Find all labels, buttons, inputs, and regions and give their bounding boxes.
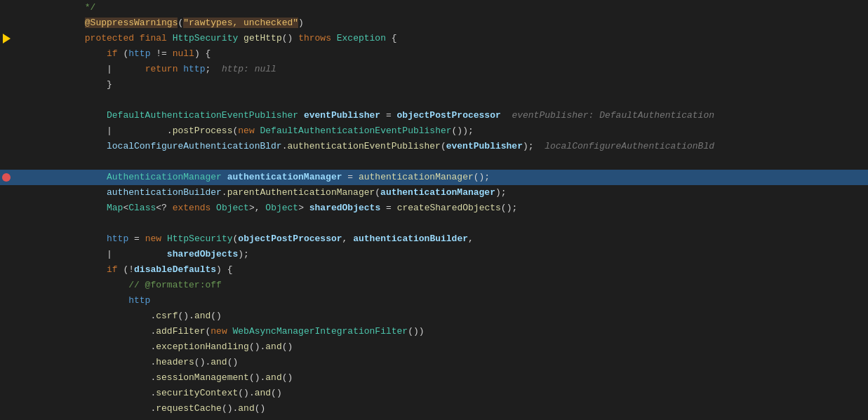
code-line-26: .securityContext().and() [0, 386, 868, 401]
breakpoint-area-26 [0, 386, 13, 401]
breakpoint-area-21 [0, 309, 13, 324]
code-line-10: localConfigureAuthenticationBldr.authent… [0, 139, 868, 154]
line-gutter-24 [13, 355, 48, 370]
breakpoint-area-5 [0, 62, 13, 77]
code-line-23: .exceptionHandling().and() [0, 339, 868, 355]
line-content-23: .exceptionHandling().and() [48, 339, 868, 355]
line-content-9: | .postProcess(new DefaultAuthentication… [48, 123, 868, 139]
line-content-28: .anonymous().and() [48, 416, 868, 420]
line-gutter-11 [13, 154, 48, 170]
line-gutter-6 [13, 77, 48, 93]
breakpoint-area-25 [0, 370, 13, 386]
code-line-27: .requestCache().and() [0, 401, 868, 416]
line-content-5: | return http; http: null [48, 62, 868, 77]
line-gutter-18 [13, 262, 48, 278]
line-gutter-19 [13, 278, 48, 293]
line-content-27: .requestCache().and() [48, 401, 868, 416]
line-content-13: authenticationBuilder.parentAuthenticati… [48, 185, 868, 201]
code-line-5: | return http; http: null [0, 62, 868, 77]
line-content-3: protected final HttpSecurity getHttp() t… [48, 31, 868, 46]
code-line-20: http [0, 293, 868, 309]
line-gutter-14 [13, 201, 48, 216]
line-gutter-4 [13, 46, 48, 62]
breakpoint-area-7 [0, 93, 13, 108]
breakpoint-area-24 [0, 355, 13, 370]
code-line-17: | sharedObjects); [0, 247, 868, 262]
code-line-14: Map<Class<? extends Object>, Object> sha… [0, 201, 868, 216]
line-gutter-10 [13, 139, 48, 154]
breakpoint-area-27 [0, 401, 13, 416]
breakpoint-area-18 [0, 262, 13, 278]
breakpoint-area-12 [0, 170, 13, 185]
code-line-21: .csrf().and() [0, 309, 868, 324]
line-gutter-3 [13, 31, 48, 46]
code-line-1: */ [0, 0, 868, 15]
code-line-18: if (!disableDefaults) { [0, 262, 868, 278]
line-content-24: .headers().and() [48, 355, 868, 370]
line-gutter-20 [13, 293, 48, 309]
breakpoint-area-11 [0, 154, 13, 170]
code-line-13: authenticationBuilder.parentAuthenticati… [0, 185, 868, 201]
line-gutter-15 [13, 216, 48, 231]
line-gutter-8 [13, 108, 48, 123]
line-gutter-23 [13, 339, 48, 355]
code-line-19: // @formatter:off [0, 278, 868, 293]
line-content-11 [48, 154, 868, 170]
line-gutter-25 [13, 370, 48, 386]
line-content-2: @SuppressWarnings("rawtypes, unchecked") [48, 15, 868, 31]
breakpoint-area-3 [0, 31, 13, 46]
line-content-20: http [48, 293, 868, 309]
code-line-12: AuthenticationManager authenticationMana… [0, 170, 868, 185]
breakpoint-area-2 [0, 15, 13, 31]
line-gutter-22 [13, 324, 48, 339]
breakpoint-area-20 [0, 293, 13, 309]
line-gutter-26 [13, 386, 48, 401]
line-gutter-27 [13, 401, 48, 416]
line-gutter-13 [13, 185, 48, 201]
arrow-indicator [3, 34, 11, 43]
line-gutter-2 [13, 15, 48, 31]
code-line-6: } [0, 77, 868, 93]
code-line-8: DefaultAuthenticationEventPublisher even… [0, 108, 868, 123]
code-line-28: .anonymous().and() [0, 416, 868, 420]
code-line-24: .headers().and() [0, 355, 868, 370]
code-line-4: if (http != null) { [0, 46, 868, 62]
breakpoint-area-17 [0, 247, 13, 262]
breakpoint-area-6 [0, 77, 13, 93]
breakpoint-area-13 [0, 185, 13, 201]
code-line-22: .addFilter(new WebAsyncManagerIntegratio… [0, 324, 868, 339]
line-gutter-12 [13, 170, 48, 185]
breakpoint-area-28 [0, 416, 13, 420]
breakpoint-area-19 [0, 278, 13, 293]
code-line-15 [0, 216, 868, 231]
breakpoint-area-4 [0, 46, 13, 62]
line-content-18: if (!disableDefaults) { [48, 262, 868, 278]
line-content-16: http = new HttpSecurity(objectPostProces… [48, 231, 868, 247]
breakpoint-area-23 [0, 339, 13, 355]
breakpoint-indicator [2, 173, 11, 182]
code-line-2: @SuppressWarnings("rawtypes, unchecked") [0, 15, 868, 31]
line-content-17: | sharedObjects); [48, 247, 868, 262]
line-gutter-9 [13, 123, 48, 139]
code-line-3: protected final HttpSecurity getHttp() t… [0, 31, 868, 46]
code-lines: */ @SuppressWarnings("rawtypes, unchecke… [0, 0, 868, 420]
breakpoint-area-9 [0, 123, 13, 139]
breakpoint-area-15 [0, 216, 13, 231]
line-content-14: Map<Class<? extends Object>, Object> sha… [48, 201, 868, 216]
code-line-11 [0, 154, 868, 170]
line-content-19: // @formatter:off [48, 278, 868, 293]
line-content-15 [48, 216, 868, 231]
line-content-25: .sessionManagement().and() [48, 370, 868, 386]
line-gutter-16 [13, 231, 48, 247]
line-content-22: .addFilter(new WebAsyncManagerIntegratio… [48, 324, 868, 339]
line-gutter-5 [13, 62, 48, 77]
code-editor: */ @SuppressWarnings("rawtypes, unchecke… [0, 0, 868, 420]
line-gutter-17 [13, 247, 48, 262]
code-line-7 [0, 93, 868, 108]
breakpoint-area-16 [0, 231, 13, 247]
line-content-6: } [48, 77, 868, 93]
line-content-7 [48, 93, 868, 108]
line-content-26: .securityContext().and() [48, 386, 868, 401]
line-content-21: .csrf().and() [48, 309, 868, 324]
line-content-12: AuthenticationManager authenticationMana… [48, 170, 868, 185]
